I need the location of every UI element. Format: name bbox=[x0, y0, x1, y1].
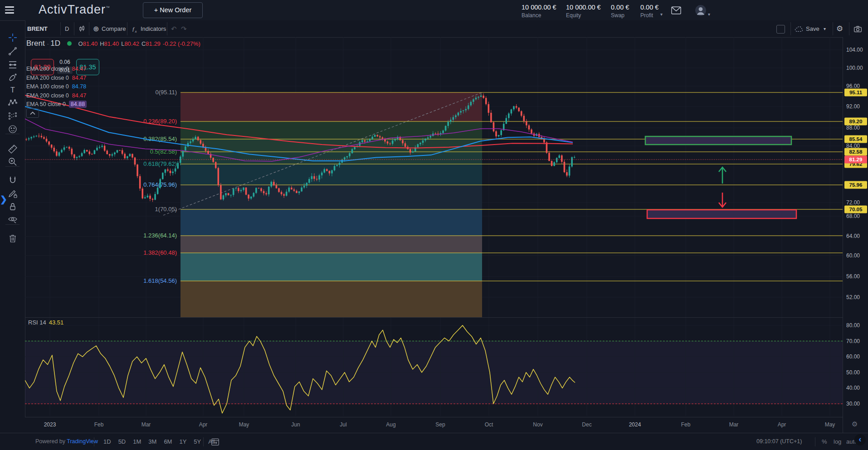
profit-stat: 0.00 €Profit bbox=[640, 4, 658, 19]
fib-level-label: 1.382(60.48) bbox=[143, 249, 177, 256]
indicators-button[interactable]: Indicators bbox=[141, 20, 166, 37]
chevron-down-icon[interactable]: ▾ bbox=[824, 20, 826, 37]
price-chart-canvas[interactable]: 0(95.11)0.236(89.20)0.382(85.54)0.5(82.5… bbox=[25, 37, 843, 417]
ema-legend-row[interactable]: EMA 100 close 084.78 bbox=[26, 82, 87, 92]
range-button-3m[interactable]: 3M bbox=[148, 438, 156, 445]
time-axis-label: Mar bbox=[729, 421, 739, 428]
emoji-icon[interactable] bbox=[7, 124, 18, 135]
zoom-in-icon[interactable] bbox=[7, 156, 18, 167]
expand-panel-icon[interactable]: ❯ bbox=[0, 194, 7, 204]
compare-plus-icon[interactable]: ⊕ bbox=[93, 20, 99, 37]
text-icon[interactable]: T bbox=[7, 85, 18, 96]
target-zone-rect-green[interactable] bbox=[645, 136, 791, 145]
fib-level-label: 1.236(64.14) bbox=[143, 232, 177, 239]
range-switcher: 1D5D1M3M6M1Y5YAll bbox=[100, 438, 219, 445]
fib-zones[interactable] bbox=[180, 92, 482, 317]
symbol-button[interactable]: BRENT bbox=[27, 20, 48, 37]
collapse-panel-icon[interactable]: ‹ bbox=[854, 434, 866, 445]
chevron-down-icon[interactable]: ▾ bbox=[660, 12, 663, 17]
range-button-1m[interactable]: 1M bbox=[133, 438, 141, 445]
legend-interval: 1D bbox=[50, 39, 60, 48]
target-zone-rect-red[interactable] bbox=[647, 210, 796, 218]
ema-legend-row[interactable]: EMA 200 close 084.47 bbox=[26, 65, 87, 74]
pane-separator[interactable] bbox=[25, 317, 868, 318]
clock[interactable]: 09:10:07 (UTC+1) bbox=[756, 438, 802, 445]
undo-icon[interactable]: ↶ bbox=[171, 20, 177, 37]
cloud-icon bbox=[794, 25, 804, 33]
new-order-button[interactable]: + New Order bbox=[143, 2, 203, 18]
mail-icon[interactable] bbox=[671, 6, 681, 15]
time-axis-label: Mar bbox=[141, 421, 151, 428]
lock-icon[interactable] bbox=[7, 201, 18, 212]
fib-price-label: 85.54 bbox=[844, 135, 867, 143]
ruler-icon[interactable] bbox=[7, 144, 18, 155]
price-tick: 104.00 bbox=[846, 47, 863, 53]
gear-icon[interactable]: ⚙ bbox=[836, 20, 843, 37]
fib-level-label: 1(70.05) bbox=[155, 206, 177, 213]
camera-icon[interactable] bbox=[853, 24, 863, 33]
time-axis[interactable]: 2023FebMarAprMayJunJulAugSepOctNovDec202… bbox=[25, 417, 843, 433]
brush-icon[interactable] bbox=[7, 72, 18, 83]
trend-line-icon[interactable] bbox=[7, 46, 18, 57]
go-to-date-icon[interactable] bbox=[210, 437, 220, 446]
tradingview-link[interactable]: TradingView bbox=[67, 438, 98, 445]
range-button-1d[interactable]: 1D bbox=[103, 438, 111, 445]
svg-text:T: T bbox=[10, 86, 15, 94]
range-button-1y[interactable]: 1Y bbox=[179, 438, 186, 445]
price-axis[interactable]: 104.00100.0096.0092.0088.0084.0072.0068.… bbox=[843, 37, 868, 433]
log-scale-button[interactable]: log bbox=[834, 438, 841, 445]
crosshair-icon[interactable] bbox=[7, 32, 18, 43]
xabcd-pattern-icon[interactable] bbox=[7, 97, 18, 108]
toolbar-divider bbox=[5, 134, 20, 134]
collapse-legend-button[interactable] bbox=[26, 108, 39, 118]
time-axis-label: Aug bbox=[386, 421, 395, 428]
compare-button[interactable]: Compare bbox=[102, 20, 126, 37]
range-button-5y[interactable]: 5Y bbox=[194, 438, 201, 445]
fib-price-label: 95.11 bbox=[844, 89, 867, 97]
ema-legend-row[interactable]: EMA 200 close 084.47 bbox=[26, 74, 87, 83]
price-tick: 92.00 bbox=[846, 103, 860, 110]
save-button[interactable]: Save bbox=[806, 20, 819, 37]
rsi-tick: 30.00 bbox=[846, 401, 860, 407]
legend-symbol[interactable]: Brent bbox=[26, 39, 45, 48]
eye-icon[interactable] bbox=[7, 214, 18, 225]
rsi-tick: 50.00 bbox=[846, 369, 860, 376]
magnet-icon[interactable] bbox=[7, 175, 18, 186]
percent-scale-button[interactable]: % bbox=[822, 438, 827, 445]
layout-checkbox[interactable] bbox=[776, 25, 785, 34]
toolbar-divider bbox=[5, 166, 20, 167]
rsi-tick: 80.00 bbox=[846, 322, 860, 329]
chart-toolbar: BRENT D ⊕ Compare ƒx Indicators ↶ ↷ Save… bbox=[25, 20, 868, 38]
ohlc-values: O81.40H81.40L80.42C81.29-0.22 (-0.27%) bbox=[78, 40, 203, 47]
range-button-6m[interactable]: 6M bbox=[164, 438, 172, 445]
time-axis-label: Jul bbox=[340, 421, 346, 428]
fx-icon[interactable]: ƒx bbox=[132, 20, 137, 37]
trash-icon[interactable] bbox=[7, 233, 18, 244]
time-axis-label: Nov bbox=[533, 421, 542, 428]
drawing-lock-icon[interactable] bbox=[7, 188, 18, 199]
up-arrow-drawing[interactable] bbox=[719, 167, 726, 184]
fib-retracement-icon[interactable] bbox=[7, 59, 18, 70]
redo-icon[interactable]: ↷ bbox=[181, 20, 187, 37]
chevron-down-icon[interactable]: ▾ bbox=[708, 12, 710, 17]
top-bar: ActivTrader™ + New Order 10 000.00 €Bala… bbox=[0, 0, 868, 20]
price-tick: 52.00 bbox=[846, 294, 860, 300]
rsi-legend[interactable]: RSI 1443.51 bbox=[28, 319, 63, 326]
down-arrow-drawing[interactable] bbox=[719, 193, 726, 207]
interval-button[interactable]: D bbox=[65, 20, 69, 37]
range-button-5d[interactable]: 5D bbox=[118, 438, 126, 445]
app-logo: ActivTrader™ bbox=[39, 3, 110, 17]
price-tick: 68.00 bbox=[846, 213, 860, 219]
change-value: -0.22 (-0.27%) bbox=[163, 40, 200, 47]
menu-icon[interactable] bbox=[5, 6, 14, 14]
chart-style-icon[interactable] bbox=[78, 24, 87, 34]
rsi-tick: 40.00 bbox=[846, 385, 860, 391]
avatar[interactable] bbox=[695, 5, 707, 16]
toolbar-divider bbox=[5, 224, 20, 225]
forecast-icon[interactable] bbox=[7, 111, 18, 121]
time-axis-label: Sep bbox=[435, 421, 445, 428]
ema-legend-row[interactable]: EMA 200 close 084.47 bbox=[26, 92, 87, 101]
axis-settings-gear-icon[interactable]: ⚙ bbox=[852, 420, 858, 428]
bottom-bar: Powered by TradingView 1D5D1M3M6M1Y5YAll… bbox=[0, 433, 868, 450]
price-tick: 56.00 bbox=[846, 273, 860, 280]
